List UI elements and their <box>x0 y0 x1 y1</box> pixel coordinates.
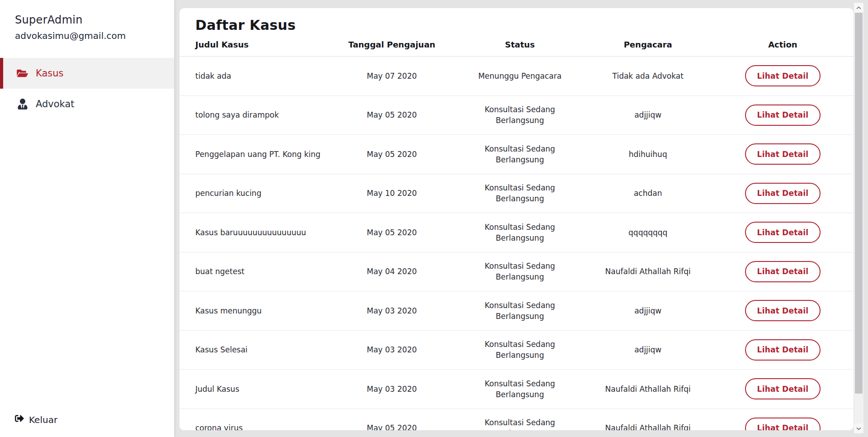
cell-action: Lihat Detail <box>712 261 854 282</box>
profile-name: SuperAdmin <box>15 13 165 27</box>
column-header-pengacara: Pengacara <box>584 40 712 50</box>
folder-open-icon <box>16 68 28 79</box>
scrollbar-up-arrow-icon[interactable] <box>854 3 863 13</box>
cell-judul-kasus: corona virus <box>179 423 328 430</box>
lihat-detail-button[interactable]: Lihat Detail <box>745 261 821 282</box>
vertical-scrollbar[interactable] <box>854 3 863 433</box>
table-row: Judul KasusMay 03 2020Konsultasi Sedang … <box>179 370 854 409</box>
lihat-detail-button[interactable]: Lihat Detail <box>745 418 821 430</box>
lihat-detail-button[interactable]: Lihat Detail <box>745 222 821 243</box>
table-row: tidak adaMay 07 2020Menunggu PengacaraTi… <box>179 57 854 96</box>
cell-pengacara: adjjiqw <box>584 305 712 316</box>
cell-pengacara: Tidak ada Advokat <box>584 71 712 81</box>
cell-action: Lihat Detail <box>712 339 854 361</box>
table-body: tidak adaMay 07 2020Menunggu PengacaraTi… <box>179 57 854 430</box>
column-header-status: Status <box>456 40 584 50</box>
page-title: Daftar Kasus <box>195 17 854 33</box>
scrollbar-thumb[interactable] <box>855 13 863 394</box>
cell-judul-kasus: Kasus baruuuuuuuuuuuuuuu <box>179 227 328 238</box>
cell-tanggal-pengajuan: May 03 2020 <box>328 384 456 394</box>
cell-pengacara: qqqqqqqq <box>584 227 712 238</box>
lihat-detail-button[interactable]: Lihat Detail <box>745 339 821 361</box>
cell-tanggal-pengajuan: May 05 2020 <box>328 227 456 238</box>
cell-status: Konsultasi Sedang Berlangsung <box>456 417 584 430</box>
lihat-detail-button[interactable]: Lihat Detail <box>745 378 821 399</box>
cell-judul-kasus: pencurian kucing <box>179 188 328 199</box>
cell-judul-kasus: Penggelapan uang PT. Kong king <box>179 149 328 160</box>
cell-status: Konsultasi Sedang Berlangsung <box>456 104 584 126</box>
scrollbar-down-arrow-icon[interactable] <box>854 423 863 433</box>
table-row: Kasus SelesaiMay 03 2020Konsultasi Sedan… <box>179 331 854 370</box>
cell-tanggal-pengajuan: May 04 2020 <box>328 266 456 277</box>
cell-status: Konsultasi Sedang Berlangsung <box>456 339 584 361</box>
cell-judul-kasus: tolong saya dirampok <box>179 109 328 120</box>
content-card: Daftar Kasus Judul Kasus Tanggal Pengaju… <box>179 8 854 430</box>
cell-judul-kasus: Judul Kasus <box>179 384 328 394</box>
table-row: tolong saya dirampokMay 05 2020Konsultas… <box>179 96 854 135</box>
cell-status: Menunggu Pengacara <box>456 71 584 81</box>
cell-status: Konsultasi Sedang Berlangsung <box>456 222 584 243</box>
sidebar-item-label: Kasus <box>36 68 63 79</box>
cell-tanggal-pengajuan: May 07 2020 <box>328 71 456 81</box>
logout-button[interactable]: Keluar <box>15 414 57 425</box>
sidebar-item-kasus[interactable]: Kasus <box>0 58 174 89</box>
cell-tanggal-pengajuan: May 03 2020 <box>328 305 456 316</box>
cell-judul-kasus: Kasus menunggu <box>179 305 328 316</box>
cell-judul-kasus: buat ngetest <box>179 266 328 277</box>
cell-pengacara: Naufaldi Athallah Rifqi <box>584 266 712 277</box>
sidebar-menu: Kasus Advokat <box>0 58 174 119</box>
lihat-detail-button[interactable]: Lihat Detail <box>745 143 821 165</box>
table-row: Kasus baruuuuuuuuuuuuuuuMay 05 2020Konsu… <box>179 213 854 252</box>
cell-pengacara: hdihuihuq <box>584 149 712 160</box>
sidebar-item-label: Advokat <box>36 99 75 109</box>
cell-status: Konsultasi Sedang Berlangsung <box>456 182 584 204</box>
cell-judul-kasus: tidak ada <box>179 71 328 81</box>
table-row: pencurian kucingMay 10 2020Konsultasi Se… <box>179 174 854 214</box>
cell-pengacara: Naufaldi Athallah Rifqi <box>584 384 712 394</box>
sign-out-icon <box>15 414 24 425</box>
cell-tanggal-pengajuan: May 05 2020 <box>328 149 456 160</box>
cell-tanggal-pengajuan: May 05 2020 <box>328 109 456 120</box>
table-header: Judul Kasus Tanggal Pengajuan Status Pen… <box>179 40 854 57</box>
table-row: Kasus menungguMay 03 2020Konsultasi Seda… <box>179 291 854 331</box>
lihat-detail-button[interactable]: Lihat Detail <box>745 65 821 86</box>
profile-email: advokasimu@gmail.com <box>15 30 165 42</box>
cell-action: Lihat Detail <box>712 65 854 86</box>
table-row: Penggelapan uang PT. Kong kingMay 05 202… <box>179 135 854 174</box>
cell-tanggal-pengajuan: May 10 2020 <box>328 188 456 199</box>
cell-action: Lihat Detail <box>712 378 854 399</box>
cell-judul-kasus: Kasus Selesai <box>179 344 328 355</box>
cell-pengacara: achdan <box>584 188 712 199</box>
table-row: buat ngetestMay 04 2020Konsultasi Sedang… <box>179 252 854 292</box>
lihat-detail-button[interactable]: Lihat Detail <box>745 183 821 204</box>
logout-label: Keluar <box>29 414 57 425</box>
cell-status: Konsultasi Sedang Berlangsung <box>456 261 584 282</box>
cell-pengacara: adjjiqw <box>584 109 712 120</box>
user-tie-icon <box>16 99 28 109</box>
profile: SuperAdmin advokasimu@gmail.com <box>0 0 174 42</box>
cell-action: Lihat Detail <box>712 300 854 321</box>
cell-action: Lihat Detail <box>712 183 854 204</box>
sidebar-item-advokat[interactable]: Advokat <box>0 89 174 119</box>
column-header-tanggal-pengajuan: Tanggal Pengajuan <box>328 40 456 50</box>
cell-pengacara: adjjiqw <box>584 344 712 355</box>
cell-action: Lihat Detail <box>712 143 854 165</box>
cell-status: Konsultasi Sedang Berlangsung <box>456 378 584 400</box>
sidebar: SuperAdmin advokasimu@gmail.com Kasus Ad… <box>0 0 174 437</box>
lihat-detail-button[interactable]: Lihat Detail <box>745 300 821 321</box>
column-header-action: Action <box>712 40 854 50</box>
cell-tanggal-pengajuan: May 05 2020 <box>328 423 456 430</box>
cell-action: Lihat Detail <box>712 104 854 126</box>
lihat-detail-button[interactable]: Lihat Detail <box>745 104 821 126</box>
column-header-judul-kasus: Judul Kasus <box>179 40 328 50</box>
cell-tanggal-pengajuan: May 03 2020 <box>328 344 456 355</box>
cell-action: Lihat Detail <box>712 222 854 243</box>
cell-pengacara: Naufaldi Athallah Rifqi <box>584 423 712 430</box>
cell-status: Konsultasi Sedang Berlangsung <box>456 300 584 322</box>
table-row: corona virusMay 05 2020Konsultasi Sedang… <box>179 409 854 431</box>
cell-action: Lihat Detail <box>712 418 854 430</box>
cell-status: Konsultasi Sedang Berlangsung <box>456 143 584 165</box>
